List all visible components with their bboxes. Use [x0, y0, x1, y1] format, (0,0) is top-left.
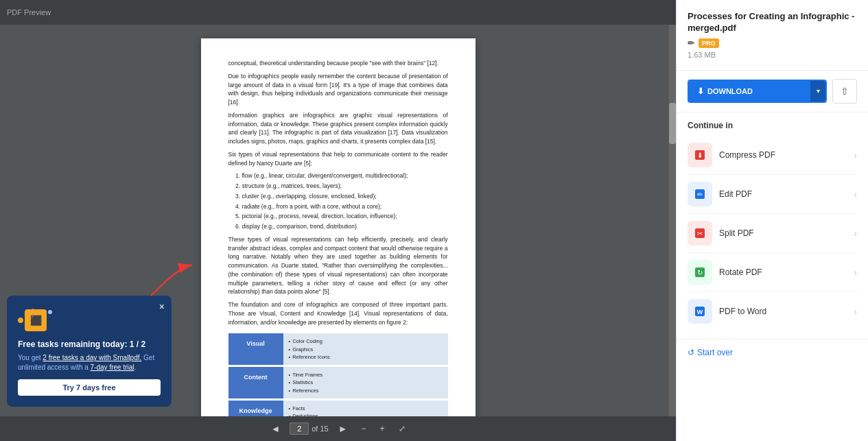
content-items: Time Frames Statistics References: [283, 367, 448, 398]
start-over-icon: ↺: [688, 348, 694, 357]
compress-icon: ⬇: [688, 143, 712, 167]
file-title: Processes for Creating an Infographic -m…: [688, 11, 857, 48]
list-item: Facts: [289, 405, 443, 412]
para-5: These types of visual representations ca…: [228, 235, 448, 296]
start-over-button[interactable]: ↺ Start over: [688, 348, 733, 357]
share-icon: ⇧: [841, 86, 849, 97]
page-input-group: of 15: [290, 422, 328, 435]
right-panel: Processes for Creating an Infographic -m…: [676, 0, 868, 441]
fit-button[interactable]: ⤢: [395, 421, 410, 436]
notification-close-button[interactable]: ×: [159, 301, 165, 312]
edit-chevron-icon: ›: [854, 189, 857, 200]
list-item: Graphics: [289, 346, 443, 353]
rotate-chevron-icon: ›: [854, 267, 857, 278]
word-svg: W: [693, 305, 707, 318]
word-label: PDF to Word: [719, 307, 854, 316]
para-6: The foundation and core of infographics …: [228, 300, 448, 326]
infographic-row-knowledge: Knowledge Facts Deductions: [228, 401, 448, 416]
para-3: Information graphics are infographics ar…: [228, 111, 448, 146]
list-item: Deductions: [289, 412, 443, 416]
download-section: ⬇ DOWNLOAD ▾ ⇧: [677, 71, 868, 112]
next-page-button[interactable]: ►: [334, 420, 352, 437]
list-item: Color Coding: [289, 337, 443, 345]
list-item: Time Frames: [289, 371, 443, 379]
rotate-icon: ↻: [688, 260, 712, 285]
word-icon: W: [688, 299, 712, 324]
list-item: cluster (e.g., overlapping, closure, enc…: [242, 192, 448, 201]
list-item: display (e.g., comparison, trend, distri…: [242, 222, 448, 231]
infographic-row-visual: Visual Color Coding Graphics Reference I…: [228, 333, 448, 365]
word-chevron-icon: ›: [854, 306, 857, 317]
notification-text: You get 2 free tasks a day with Smallpdf…: [18, 353, 161, 372]
pdf-bottom-bar: ◄ of 15 ► − + ⤢: [0, 416, 676, 441]
prev-page-button[interactable]: ◄: [266, 420, 284, 437]
svg-text:✏: ✏: [697, 191, 703, 198]
download-button[interactable]: ⬇ DOWNLOAD: [689, 81, 810, 102]
infographic-row-content: Content Time Frames Statistics Reference…: [228, 367, 448, 398]
start-over-label: Start over: [697, 348, 733, 357]
list-item: Reference Icons: [289, 353, 443, 361]
rotate-svg: ↻: [693, 265, 707, 279]
continue-in-title: Continue in: [688, 121, 857, 130]
download-icon: ⬇: [697, 86, 704, 96]
para-1: conceptual, theoretical understanding be…: [228, 59, 448, 68]
para-2: Due to infographics people easily rememb…: [228, 72, 448, 107]
edit-icon: ✏: [688, 182, 712, 206]
visual-list: flow (e.g., linear, circular, divergent/…: [242, 171, 448, 231]
tool-edit[interactable]: ✏ Edit PDF ›: [688, 175, 857, 214]
zoom-out-button[interactable]: −: [357, 421, 371, 436]
pro-badge: PRO: [699, 38, 719, 48]
page-number-input[interactable]: [290, 422, 309, 435]
continue-in-section: Continue in ⬇ Compress PDF › ✏ Edit PDF …: [677, 112, 868, 339]
split-svg: ✂: [693, 226, 707, 240]
compress-label: Compress PDF: [719, 150, 854, 160]
infographic-figure: Visual Color Coding Graphics Reference I…: [228, 333, 448, 416]
notification-popup: × ✦ ⬛ Free tasks remaining today: 1 / 2 …: [7, 296, 172, 407]
zoom-in-button[interactable]: +: [376, 421, 389, 436]
scrollbar[interactable]: [669, 25, 676, 416]
trial-link[interactable]: 7-day free trial: [91, 363, 134, 371]
knowledge-items: Facts Deductions: [283, 401, 448, 416]
list-item: flow (e.g., linear, circular, divergent/…: [242, 171, 448, 180]
notification-icon-area: ✦ ⬛: [18, 307, 161, 334]
pdf-page: conceptual, theoretical understanding be…: [201, 38, 476, 416]
right-header: Processes for Creating an Infographic -m…: [677, 0, 868, 71]
try-free-button[interactable]: Try 7 days free: [18, 379, 161, 396]
compress-svg: ⬇: [693, 148, 707, 162]
list-item: References: [289, 387, 443, 394]
tool-compress[interactable]: ⬇ Compress PDF ›: [688, 136, 857, 175]
edit-label: Edit PDF: [719, 189, 854, 199]
scrollbar-thumb[interactable]: [669, 103, 676, 144]
tool-word[interactable]: W PDF to Word ›: [688, 292, 857, 331]
content-label: Content: [228, 367, 283, 398]
file-size-label: 1.63 MB: [688, 51, 857, 59]
tool-split[interactable]: ✂ Split PDF ›: [688, 214, 857, 253]
list-item: radiate (e.g., from a point, with a core…: [242, 202, 448, 211]
visual-items: Color Coding Graphics Reference Icons: [283, 333, 448, 365]
rotate-label: Rotate PDF: [719, 267, 854, 277]
pdf-logo: PDF Preview: [7, 8, 51, 16]
svg-text:↻: ↻: [697, 269, 703, 276]
download-group: ⬇ DOWNLOAD ▾: [688, 80, 827, 103]
split-icon: ✂: [688, 221, 712, 246]
start-over-section: ↺ Start over: [677, 339, 868, 366]
download-chevron-button[interactable]: ▾: [810, 81, 825, 102]
para-4: Six types of visual representations that…: [228, 150, 448, 168]
notification-title: Free tasks remaining today: 1 / 2: [18, 339, 161, 349]
edit-filename-icon[interactable]: ✏: [688, 38, 694, 48]
list-item: pictorial (e.g., process, reveal, direct…: [242, 212, 448, 221]
visual-label: Visual: [228, 333, 283, 365]
knowledge-label: Knowledge: [228, 401, 283, 416]
compress-chevron-icon: ›: [854, 150, 857, 160]
pdf-toolbar: PDF Preview: [0, 0, 676, 25]
split-chevron-icon: ›: [854, 228, 857, 239]
svg-text:✂: ✂: [697, 230, 703, 237]
tool-rotate[interactable]: ↻ Rotate PDF ›: [688, 253, 857, 292]
cube-icon: ⬛: [25, 309, 47, 331]
free-tasks-link[interactable]: 2 free tasks a day with Smallpdf.: [43, 354, 141, 361]
pdf-viewer: PDF Preview conceptual, theoretical unde…: [0, 0, 676, 441]
file-title-text: Processes for Creating an Infographic -m…: [688, 11, 857, 34]
share-button[interactable]: ⇧: [832, 79, 857, 104]
list-item: Statistics: [289, 379, 443, 386]
download-label: DOWNLOAD: [707, 87, 753, 95]
